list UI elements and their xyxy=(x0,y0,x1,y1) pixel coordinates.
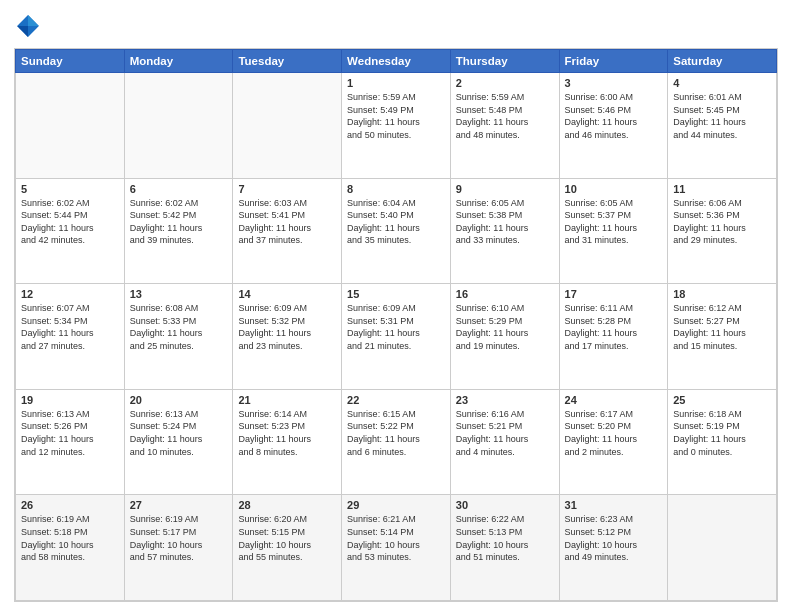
calendar-cell: 8Sunrise: 6:04 AM Sunset: 5:40 PM Daylig… xyxy=(342,178,451,284)
day-number: 22 xyxy=(347,394,445,406)
week-row-3: 19Sunrise: 6:13 AM Sunset: 5:26 PM Dayli… xyxy=(16,389,777,495)
calendar-cell: 25Sunrise: 6:18 AM Sunset: 5:19 PM Dayli… xyxy=(668,389,777,495)
day-info: Sunrise: 6:13 AM Sunset: 5:24 PM Dayligh… xyxy=(130,408,228,458)
day-number: 8 xyxy=(347,183,445,195)
calendar-cell xyxy=(124,73,233,179)
day-number: 25 xyxy=(673,394,771,406)
day-info: Sunrise: 6:07 AM Sunset: 5:34 PM Dayligh… xyxy=(21,302,119,352)
week-row-4: 26Sunrise: 6:19 AM Sunset: 5:18 PM Dayli… xyxy=(16,495,777,601)
calendar-cell: 9Sunrise: 6:05 AM Sunset: 5:38 PM Daylig… xyxy=(450,178,559,284)
calendar-cell: 23Sunrise: 6:16 AM Sunset: 5:21 PM Dayli… xyxy=(450,389,559,495)
day-info: Sunrise: 6:00 AM Sunset: 5:46 PM Dayligh… xyxy=(565,91,663,141)
calendar-cell: 16Sunrise: 6:10 AM Sunset: 5:29 PM Dayli… xyxy=(450,284,559,390)
calendar-cell: 3Sunrise: 6:00 AM Sunset: 5:46 PM Daylig… xyxy=(559,73,668,179)
calendar-cell xyxy=(16,73,125,179)
calendar-body: 1Sunrise: 5:59 AM Sunset: 5:49 PM Daylig… xyxy=(16,73,777,601)
day-number: 16 xyxy=(456,288,554,300)
day-number: 7 xyxy=(238,183,336,195)
day-info: Sunrise: 6:20 AM Sunset: 5:15 PM Dayligh… xyxy=(238,513,336,563)
day-info: Sunrise: 6:15 AM Sunset: 5:22 PM Dayligh… xyxy=(347,408,445,458)
day-info: Sunrise: 6:09 AM Sunset: 5:32 PM Dayligh… xyxy=(238,302,336,352)
day-info: Sunrise: 6:08 AM Sunset: 5:33 PM Dayligh… xyxy=(130,302,228,352)
day-number: 10 xyxy=(565,183,663,195)
day-number: 4 xyxy=(673,77,771,89)
day-number: 28 xyxy=(238,499,336,511)
day-number: 3 xyxy=(565,77,663,89)
calendar-cell: 24Sunrise: 6:17 AM Sunset: 5:20 PM Dayli… xyxy=(559,389,668,495)
day-number: 21 xyxy=(238,394,336,406)
calendar-cell: 14Sunrise: 6:09 AM Sunset: 5:32 PM Dayli… xyxy=(233,284,342,390)
day-info: Sunrise: 6:13 AM Sunset: 5:26 PM Dayligh… xyxy=(21,408,119,458)
day-info: Sunrise: 6:23 AM Sunset: 5:12 PM Dayligh… xyxy=(565,513,663,563)
page: SundayMondayTuesdayWednesdayThursdayFrid… xyxy=(0,0,792,612)
calendar-cell: 30Sunrise: 6:22 AM Sunset: 5:13 PM Dayli… xyxy=(450,495,559,601)
day-number: 11 xyxy=(673,183,771,195)
calendar-cell: 19Sunrise: 6:13 AM Sunset: 5:26 PM Dayli… xyxy=(16,389,125,495)
col-header-saturday: Saturday xyxy=(668,50,777,73)
calendar-cell: 4Sunrise: 6:01 AM Sunset: 5:45 PM Daylig… xyxy=(668,73,777,179)
calendar-table: SundayMondayTuesdayWednesdayThursdayFrid… xyxy=(15,49,777,601)
day-number: 20 xyxy=(130,394,228,406)
day-number: 5 xyxy=(21,183,119,195)
day-number: 13 xyxy=(130,288,228,300)
calendar-cell: 22Sunrise: 6:15 AM Sunset: 5:22 PM Dayli… xyxy=(342,389,451,495)
calendar-cell: 21Sunrise: 6:14 AM Sunset: 5:23 PM Dayli… xyxy=(233,389,342,495)
day-info: Sunrise: 6:18 AM Sunset: 5:19 PM Dayligh… xyxy=(673,408,771,458)
day-info: Sunrise: 6:17 AM Sunset: 5:20 PM Dayligh… xyxy=(565,408,663,458)
day-number: 12 xyxy=(21,288,119,300)
day-number: 9 xyxy=(456,183,554,195)
col-header-friday: Friday xyxy=(559,50,668,73)
day-info: Sunrise: 6:09 AM Sunset: 5:31 PM Dayligh… xyxy=(347,302,445,352)
day-info: Sunrise: 6:06 AM Sunset: 5:36 PM Dayligh… xyxy=(673,197,771,247)
day-number: 18 xyxy=(673,288,771,300)
day-number: 19 xyxy=(21,394,119,406)
day-number: 31 xyxy=(565,499,663,511)
day-number: 2 xyxy=(456,77,554,89)
day-number: 6 xyxy=(130,183,228,195)
calendar-cell: 27Sunrise: 6:19 AM Sunset: 5:17 PM Dayli… xyxy=(124,495,233,601)
calendar-cell: 12Sunrise: 6:07 AM Sunset: 5:34 PM Dayli… xyxy=(16,284,125,390)
day-info: Sunrise: 5:59 AM Sunset: 5:49 PM Dayligh… xyxy=(347,91,445,141)
calendar-cell: 10Sunrise: 6:05 AM Sunset: 5:37 PM Dayli… xyxy=(559,178,668,284)
calendar: SundayMondayTuesdayWednesdayThursdayFrid… xyxy=(14,48,778,602)
day-info: Sunrise: 6:05 AM Sunset: 5:37 PM Dayligh… xyxy=(565,197,663,247)
calendar-cell: 28Sunrise: 6:20 AM Sunset: 5:15 PM Dayli… xyxy=(233,495,342,601)
day-number: 17 xyxy=(565,288,663,300)
calendar-cell: 18Sunrise: 6:12 AM Sunset: 5:27 PM Dayli… xyxy=(668,284,777,390)
logo-icon xyxy=(14,12,42,40)
day-number: 15 xyxy=(347,288,445,300)
day-info: Sunrise: 6:02 AM Sunset: 5:42 PM Dayligh… xyxy=(130,197,228,247)
day-number: 1 xyxy=(347,77,445,89)
svg-marker-2 xyxy=(17,26,28,37)
calendar-cell: 29Sunrise: 6:21 AM Sunset: 5:14 PM Dayli… xyxy=(342,495,451,601)
day-info: Sunrise: 6:05 AM Sunset: 5:38 PM Dayligh… xyxy=(456,197,554,247)
week-row-0: 1Sunrise: 5:59 AM Sunset: 5:49 PM Daylig… xyxy=(16,73,777,179)
day-info: Sunrise: 6:16 AM Sunset: 5:21 PM Dayligh… xyxy=(456,408,554,458)
day-number: 14 xyxy=(238,288,336,300)
day-info: Sunrise: 6:19 AM Sunset: 5:18 PM Dayligh… xyxy=(21,513,119,563)
calendar-cell: 13Sunrise: 6:08 AM Sunset: 5:33 PM Dayli… xyxy=(124,284,233,390)
day-info: Sunrise: 6:10 AM Sunset: 5:29 PM Dayligh… xyxy=(456,302,554,352)
col-header-tuesday: Tuesday xyxy=(233,50,342,73)
calendar-cell xyxy=(668,495,777,601)
day-number: 27 xyxy=(130,499,228,511)
calendar-cell: 31Sunrise: 6:23 AM Sunset: 5:12 PM Dayli… xyxy=(559,495,668,601)
calendar-cell: 20Sunrise: 6:13 AM Sunset: 5:24 PM Dayli… xyxy=(124,389,233,495)
col-header-thursday: Thursday xyxy=(450,50,559,73)
col-header-sunday: Sunday xyxy=(16,50,125,73)
day-info: Sunrise: 6:02 AM Sunset: 5:44 PM Dayligh… xyxy=(21,197,119,247)
calendar-cell: 2Sunrise: 5:59 AM Sunset: 5:48 PM Daylig… xyxy=(450,73,559,179)
week-row-2: 12Sunrise: 6:07 AM Sunset: 5:34 PM Dayli… xyxy=(16,284,777,390)
calendar-cell: 6Sunrise: 6:02 AM Sunset: 5:42 PM Daylig… xyxy=(124,178,233,284)
day-number: 29 xyxy=(347,499,445,511)
col-header-monday: Monday xyxy=(124,50,233,73)
day-number: 26 xyxy=(21,499,119,511)
day-info: Sunrise: 6:21 AM Sunset: 5:14 PM Dayligh… xyxy=(347,513,445,563)
calendar-cell: 15Sunrise: 6:09 AM Sunset: 5:31 PM Dayli… xyxy=(342,284,451,390)
day-info: Sunrise: 6:19 AM Sunset: 5:17 PM Dayligh… xyxy=(130,513,228,563)
calendar-cell: 5Sunrise: 6:02 AM Sunset: 5:44 PM Daylig… xyxy=(16,178,125,284)
calendar-cell: 26Sunrise: 6:19 AM Sunset: 5:18 PM Dayli… xyxy=(16,495,125,601)
calendar-cell xyxy=(233,73,342,179)
calendar-cell: 11Sunrise: 6:06 AM Sunset: 5:36 PM Dayli… xyxy=(668,178,777,284)
day-info: Sunrise: 6:04 AM Sunset: 5:40 PM Dayligh… xyxy=(347,197,445,247)
